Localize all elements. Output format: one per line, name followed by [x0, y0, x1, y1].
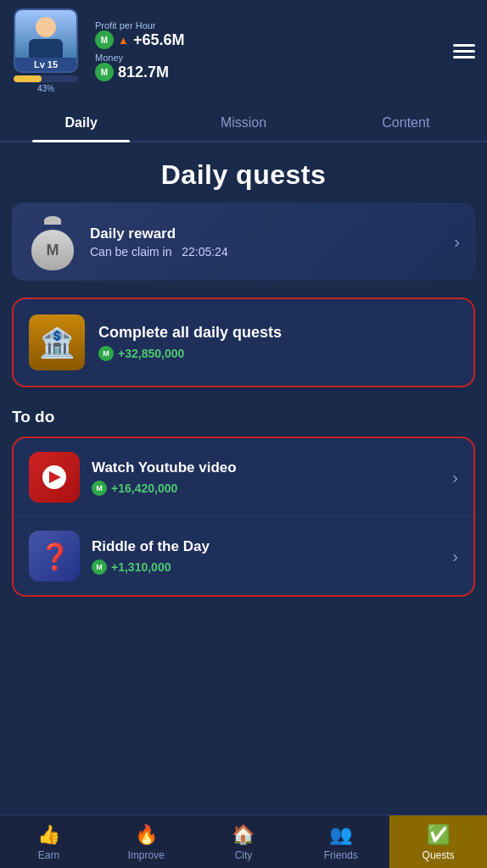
money-label: Money	[95, 53, 169, 63]
earn-icon: 👍	[37, 824, 60, 846]
menu-bar-3	[453, 56, 475, 58]
daily-reward-info: Daily reward Can be claim in 22:05:24	[90, 225, 442, 259]
todo-riddle-info: Riddle of the Day M +1,310,000	[92, 538, 440, 575]
menu-bar-2	[453, 50, 475, 53]
youtube-money-icon: M	[92, 481, 107, 496]
yt-play-button	[42, 465, 66, 489]
avatar-area: Lv 15 43%	[12, 8, 80, 93]
todo-riddle-title: Riddle of the Day	[92, 538, 440, 555]
todo-youtube-reward: M +16,420,000	[92, 481, 177, 496]
complete-quest-card[interactable]: 🏦 Complete all daily quests M +32,850,00…	[12, 298, 475, 387]
profit-value-row: M ▲ +65.6M	[95, 31, 184, 49]
nav-city[interactable]: 🏠 City	[195, 815, 293, 868]
money-icon: M	[95, 63, 114, 81]
menu-bar-1	[453, 44, 475, 47]
todo-youtube-title: Watch Youtube video	[92, 459, 440, 476]
complete-quest-title: Complete all daily quests	[98, 324, 282, 342]
todo-item-youtube[interactable]: Watch Youtube video M +16,420,000 ›	[14, 438, 473, 516]
earn-label: Earn	[38, 849, 59, 861]
money-value: 812.7M	[118, 64, 169, 81]
youtube-reward-amount: +16,420,000	[111, 481, 177, 495]
profit-value: +65.6M	[133, 31, 185, 49]
daily-reward-title: Daily reward	[90, 225, 442, 242]
daily-reward-chevron: ›	[454, 232, 460, 252]
complete-quest-money-icon: M	[98, 346, 114, 361]
profit-up-arrow: ▲	[118, 34, 129, 47]
claim-timer: 22:05:24	[182, 245, 228, 259]
city-label: City	[235, 849, 253, 861]
complete-quest-reward-badge: M +32,850,000	[98, 346, 184, 361]
quests-icon: ✅	[427, 824, 450, 846]
tabs: Daily Mission Content	[0, 105, 487, 142]
level-badge: Lv 15	[15, 58, 76, 71]
city-icon: 🏠	[232, 824, 255, 846]
main-content: Daily quests M Daily reward Can be claim…	[0, 159, 487, 682]
money-value-row: M 812.7M	[95, 63, 169, 81]
header-stats: Profit per Hour M ▲ +65.6M Money M 812.7…	[95, 20, 445, 81]
bag-m-letter: M	[47, 242, 59, 259]
money-stat: Money M 812.7M	[95, 53, 169, 81]
todo-youtube-info: Watch Youtube video M +16,420,000	[92, 459, 440, 496]
improve-label: Improve	[128, 849, 165, 861]
page-title: Daily quests	[12, 159, 475, 191]
friends-icon: 👥	[329, 824, 352, 846]
avatar-box: Lv 15	[14, 8, 78, 73]
friends-label: Friends	[324, 849, 358, 861]
nav-friends[interactable]: 👥 Friends	[292, 815, 389, 868]
todo-card: Watch Youtube video M +16,420,000 › ❓ Ri…	[12, 437, 475, 597]
progress-label: 43%	[37, 84, 54, 93]
complete-quest-text: Complete all daily quests M +32,850,000	[98, 324, 282, 361]
tab-mission[interactable]: Mission	[162, 105, 324, 141]
tab-daily[interactable]: Daily	[0, 105, 162, 141]
nav-earn[interactable]: 👍 Earn	[0, 815, 98, 868]
daily-reward-card[interactable]: M Daily reward Can be claim in 22:05:24 …	[12, 203, 475, 281]
daily-reward-timer: Can be claim in 22:05:24	[90, 245, 442, 259]
bottom-nav: 👍 Earn 🔥 Improve 🏠 City 👥 Friends ✅ Ques…	[0, 815, 487, 868]
profit-label: Profit per Hour	[95, 20, 184, 31]
progress-bar-fill	[14, 75, 42, 82]
quest-safe-icon: 🏦	[29, 314, 85, 370]
complete-quest-reward-amount: +32,850,000	[118, 347, 184, 360]
youtube-chevron: ›	[452, 468, 458, 487]
riddle-chevron: ›	[452, 547, 458, 566]
bag-body: M	[31, 230, 74, 270]
todo-item-riddle[interactable]: ❓ Riddle of the Day M +1,310,000 ›	[14, 516, 473, 595]
bag-icon: M	[27, 216, 78, 267]
claim-subtitle: Can be claim in	[90, 245, 172, 259]
todo-section-label: To do	[12, 408, 475, 426]
youtube-icon	[29, 452, 80, 503]
tab-content[interactable]: Content	[325, 105, 487, 141]
nav-improve[interactable]: 🔥 Improve	[98, 815, 195, 868]
menu-button[interactable]	[453, 44, 475, 58]
yt-triangle	[49, 471, 61, 483]
todo-riddle-reward: M +1,310,000	[92, 559, 171, 575]
improve-icon: 🔥	[135, 824, 158, 846]
progress-bar-wrap	[14, 75, 78, 82]
bag-tie	[44, 216, 61, 225]
profit-stat: Profit per Hour M ▲ +65.6M	[95, 20, 184, 49]
quests-label: Quests	[423, 849, 455, 861]
riddle-icon: ❓	[29, 531, 80, 581]
profit-money-icon: M	[95, 31, 114, 49]
header: Lv 15 43% Profit per Hour M ▲ +65.6M Mon…	[0, 0, 487, 102]
riddle-reward-amount: +1,310,000	[111, 560, 171, 574]
riddle-money-icon: M	[92, 559, 107, 575]
nav-quests[interactable]: ✅ Quests	[389, 815, 487, 868]
